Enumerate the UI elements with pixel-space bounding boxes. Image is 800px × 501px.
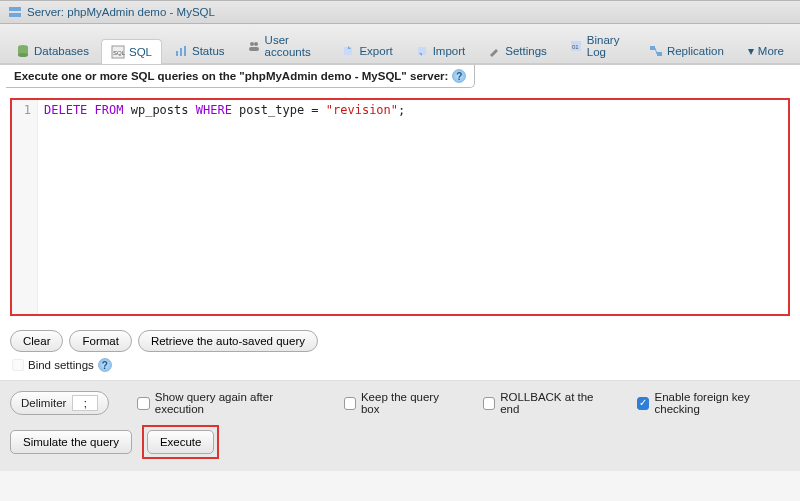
simulate-button[interactable]: Simulate the query <box>10 430 132 454</box>
keep-box-label: Keep the query box <box>361 391 455 415</box>
clear-button[interactable]: Clear <box>10 330 63 352</box>
rollback-label: ROLLBACK at the end <box>500 391 609 415</box>
svg-text:01: 01 <box>572 44 579 50</box>
svg-text:SQL: SQL <box>113 50 125 56</box>
tab-label: Binary Log <box>587 34 627 58</box>
binlog-icon: 01 <box>569 39 583 53</box>
caret-down-icon: ▾ <box>748 44 754 58</box>
tab-label: Databases <box>34 45 89 57</box>
breadcrumb: Server: phpMyAdmin demo - MySQL <box>0 0 800 24</box>
server-icon <box>8 5 22 19</box>
tab-replication[interactable]: Replication <box>639 38 734 63</box>
replication-icon <box>649 44 663 58</box>
rollback-input[interactable] <box>483 397 495 410</box>
svg-rect-7 <box>176 51 178 56</box>
tab-binary-log[interactable]: 01 Binary Log <box>559 28 637 63</box>
top-tabs: Databases SQL SQL Status User accounts E… <box>0 24 800 64</box>
keep-box-checkbox[interactable]: Keep the query box <box>344 391 455 415</box>
tab-label: Replication <box>667 45 724 57</box>
sql-editor[interactable]: 1 DELETE FROM wp_posts WHERE post_type =… <box>10 98 790 316</box>
svg-rect-8 <box>180 48 182 56</box>
tab-import[interactable]: Import <box>405 38 476 63</box>
delimiter-wrap: Delimiter <box>10 391 109 415</box>
help-icon[interactable]: ? <box>98 358 112 372</box>
svg-point-10 <box>250 42 254 46</box>
format-button[interactable]: Format <box>69 330 131 352</box>
tab-label: Export <box>359 45 392 57</box>
tab-user-accounts[interactable]: User accounts <box>237 28 330 63</box>
tab-label: Settings <box>505 45 547 57</box>
svg-rect-12 <box>249 47 259 51</box>
query-title-text: Execute one or more SQL queries on the "… <box>14 70 448 82</box>
tab-label: SQL <box>129 46 152 58</box>
sql-icon: SQL <box>111 45 125 59</box>
editor-gutter: 1 <box>12 100 38 314</box>
editor-buttons: Clear Format Retrieve the auto-saved que… <box>0 320 800 356</box>
keep-box-input[interactable] <box>344 397 356 410</box>
users-icon <box>247 39 261 53</box>
rollback-checkbox[interactable]: ROLLBACK at the end <box>483 391 609 415</box>
tab-label: User accounts <box>265 34 320 58</box>
execute-highlight: Execute <box>142 425 220 459</box>
retrieve-autosaved-button[interactable]: Retrieve the auto-saved query <box>138 330 318 352</box>
fk-check-checkbox[interactable]: Enable foreign key checking <box>637 391 790 415</box>
help-icon[interactable]: ? <box>452 69 466 83</box>
fk-check-label: Enable foreign key checking <box>654 391 790 415</box>
svg-rect-0 <box>9 7 21 11</box>
tab-databases[interactable]: Databases <box>6 38 99 63</box>
tab-status[interactable]: Status <box>164 38 235 63</box>
database-icon <box>16 44 30 58</box>
options-row: Delimiter Show query again after executi… <box>10 391 790 415</box>
tab-sql[interactable]: SQL SQL <box>101 39 162 64</box>
tab-export[interactable]: Export <box>331 38 402 63</box>
tab-label: More <box>758 45 784 57</box>
query-title: Execute one or more SQL queries on the "… <box>6 65 475 88</box>
wrench-icon <box>487 44 501 58</box>
sql-string: "revision" <box>326 103 398 117</box>
execute-row: Simulate the query Execute <box>10 425 790 459</box>
tab-label: Import <box>433 45 466 57</box>
import-icon <box>415 44 429 58</box>
bind-settings-expand[interactable] <box>12 359 24 371</box>
line-number: 1 <box>12 103 31 117</box>
breadcrumb-link[interactable]: Server: phpMyAdmin demo - MySQL <box>27 6 215 18</box>
editor-code[interactable]: DELETE FROM wp_posts WHERE post_type = "… <box>38 100 411 314</box>
sql-text: wp_posts <box>123 103 195 117</box>
tab-label: Status <box>192 45 225 57</box>
sql-keyword: WHERE <box>196 103 232 117</box>
sql-text: post_type = <box>232 103 326 117</box>
sql-panel: Execute one or more SQL queries on the "… <box>0 64 800 354</box>
delimiter-input[interactable] <box>72 395 98 411</box>
svg-point-4 <box>18 53 28 57</box>
svg-rect-18 <box>657 52 662 56</box>
tab-settings[interactable]: Settings <box>477 38 557 63</box>
svg-rect-17 <box>650 46 655 50</box>
bind-settings-label: Bind settings <box>28 359 94 371</box>
svg-rect-1 <box>9 13 21 17</box>
svg-rect-9 <box>184 46 186 56</box>
sql-keyword: DELETE FROM <box>44 103 123 117</box>
delimiter-label: Delimiter <box>21 397 66 409</box>
show-again-checkbox[interactable]: Show query again after execution <box>137 391 315 415</box>
execute-button[interactable]: Execute <box>147 430 215 454</box>
bind-settings-row: Bind settings ? <box>0 354 800 381</box>
svg-line-19 <box>655 48 657 54</box>
sql-text: ; <box>398 103 405 117</box>
svg-point-11 <box>254 42 258 46</box>
tab-more[interactable]: ▾ More <box>736 38 794 63</box>
export-icon <box>341 44 355 58</box>
show-again-label: Show query again after execution <box>155 391 316 415</box>
fk-check-input[interactable] <box>637 397 649 410</box>
bottom-panel: Delimiter Show query again after executi… <box>0 381 800 471</box>
show-again-input[interactable] <box>137 397 149 410</box>
status-icon <box>174 44 188 58</box>
